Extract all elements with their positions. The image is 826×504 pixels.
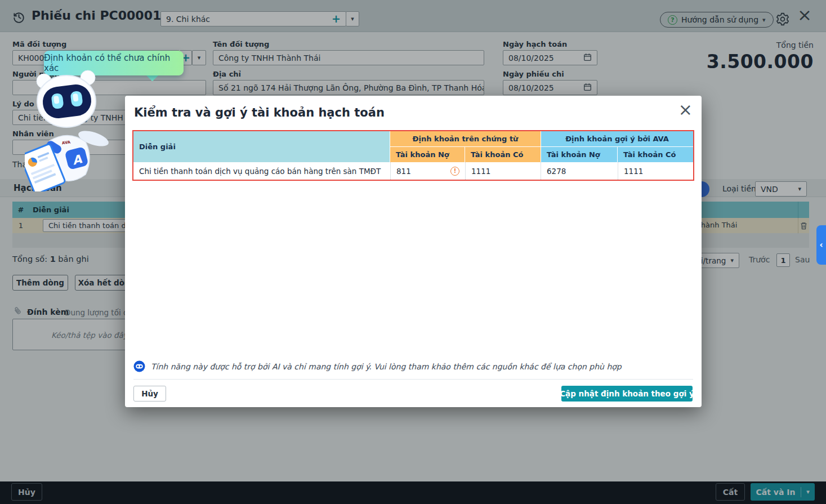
modal-title: Kiểm tra và gợi ý tài khoản hạch toán bbox=[134, 106, 385, 119]
ava-credit-value: 1111 bbox=[624, 167, 643, 176]
header-group-ava: Định khoản gợi ý bởi AVA bbox=[541, 131, 693, 147]
cell-ava-credit[interactable]: 1111 bbox=[618, 162, 693, 180]
cell-doc-debit[interactable]: 811 ! bbox=[390, 162, 465, 180]
header-doc-debit: Tài khoản Nợ bbox=[390, 147, 465, 162]
ai-disclaimer: Tính năng này được hỗ trợ bởi AI và chỉ … bbox=[133, 360, 622, 372]
cell-description: Chi tiền thanh toán dịch vụ quảng cáo bá… bbox=[133, 162, 390, 180]
doc-debit-value: 811 bbox=[396, 167, 411, 176]
ai-disclaimer-text: Tính năng này được hỗ trợ bởi AI và chỉ … bbox=[151, 362, 622, 371]
doc-credit-value: 1111 bbox=[471, 167, 490, 176]
header-ava-credit: Tài khoản Có bbox=[618, 147, 693, 162]
cell-ava-debit[interactable]: 6278 bbox=[541, 162, 618, 180]
warning-icon: ! bbox=[450, 167, 459, 176]
side-panel-toggle[interactable]: ‹ bbox=[816, 225, 826, 265]
apply-suggestion-label: Cập nhật định khoản theo gợi ý bbox=[560, 389, 694, 398]
account-suggestion-modal: Kiểm tra và gợi ý tài khoản hạch toán × … bbox=[125, 96, 702, 407]
header-ava-debit: Tài khoản Nợ bbox=[541, 147, 618, 162]
header-dien-giai: Diễn giải bbox=[133, 131, 390, 162]
ava-robot-mascot[interactable]: A AVA bbox=[25, 66, 110, 194]
modal-close-icon[interactable]: × bbox=[678, 101, 693, 118]
chevron-left-icon: ‹ bbox=[819, 240, 823, 250]
suggestion-table: Diễn giải Định khoản trên chứng từ Định … bbox=[132, 130, 694, 181]
ava-debit-value: 6278 bbox=[547, 167, 566, 176]
modal-cancel-label: Hủy bbox=[141, 389, 158, 398]
header-group-document: Định khoản trên chứng từ bbox=[390, 131, 541, 147]
header-doc-credit: Tài khoản Có bbox=[465, 147, 541, 162]
apply-suggestion-button[interactable]: Cập nhật định khoản theo gợi ý bbox=[561, 386, 693, 402]
modal-footer-divider bbox=[133, 379, 693, 380]
ai-robot-icon bbox=[133, 360, 145, 372]
modal-cancel-button[interactable]: Hủy bbox=[133, 386, 166, 402]
cell-doc-credit[interactable]: 1111 bbox=[465, 162, 541, 180]
